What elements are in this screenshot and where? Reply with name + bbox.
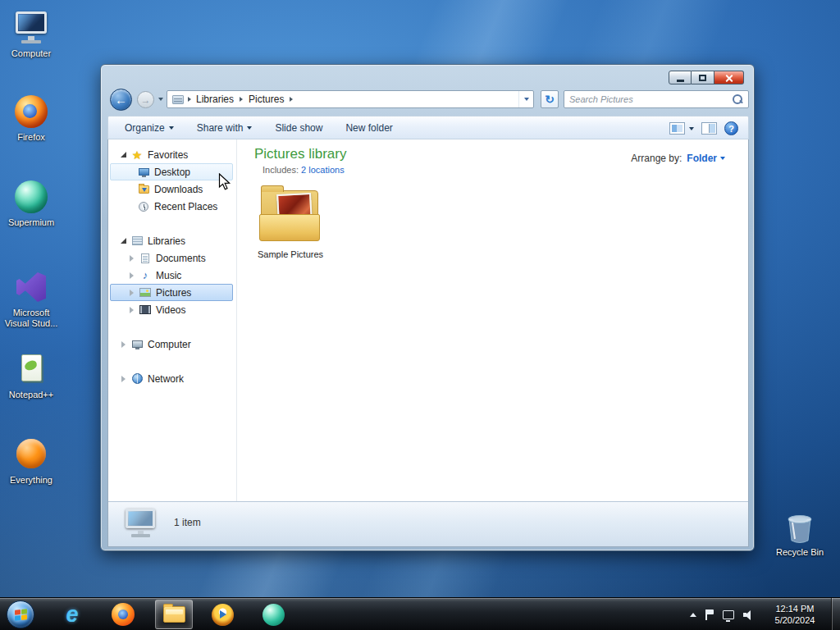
taskbar-item-explorer[interactable] xyxy=(155,600,193,629)
search-input[interactable] xyxy=(569,92,732,107)
chevron-down-icon xyxy=(169,126,174,130)
breadcrumb-separator-icon[interactable] xyxy=(290,97,293,102)
computer-icon xyxy=(130,338,144,351)
close-icon xyxy=(725,74,733,82)
slide-show-button[interactable]: Slide show xyxy=(275,122,322,134)
tree-label: Desktop xyxy=(154,167,190,178)
breadcrumb-item-libraries[interactable]: Libraries xyxy=(191,91,239,107)
forward-button[interactable]: → xyxy=(137,91,154,108)
taskbar-item-media-player[interactable] xyxy=(206,600,239,629)
explorer-folder-icon xyxy=(163,606,185,623)
help-button[interactable]: ? xyxy=(724,121,738,135)
system-tray xyxy=(690,598,755,630)
desktop-icon-everything[interactable]: Everything xyxy=(0,436,62,486)
expander-icon[interactable] xyxy=(127,290,135,296)
tree-label: Recent Places xyxy=(154,201,217,212)
desktop: Computer Firefox Supermium Microsoft Vis… xyxy=(0,0,840,630)
expander-icon[interactable] xyxy=(119,376,127,382)
tree-item-recent-places[interactable]: Recent Places xyxy=(110,198,233,215)
organize-button[interactable]: Organize xyxy=(125,122,174,134)
expander-icon[interactable] xyxy=(127,307,135,313)
desktop-icon-notepad-plus-plus[interactable]: Notepad++ xyxy=(0,351,62,400)
desktop-icon-label: Microsoft Visual Stud... xyxy=(0,308,62,329)
minimize-button[interactable] xyxy=(669,71,692,84)
tree-label: Libraries xyxy=(148,235,185,247)
media-player-icon xyxy=(212,604,234,626)
taskbar-item-supermium[interactable] xyxy=(257,600,290,629)
visual-studio-icon xyxy=(12,269,50,305)
star-icon: ★ xyxy=(130,148,144,162)
recycle-bin-icon xyxy=(781,509,819,545)
internet-explorer-icon: e xyxy=(66,604,78,626)
expander-icon[interactable] xyxy=(127,255,135,262)
tree-item-computer[interactable]: Computer xyxy=(110,336,233,353)
file-item-sample-pictures[interactable]: Sample Pictures xyxy=(244,180,336,259)
tree-item-music[interactable]: ♪ Music xyxy=(110,267,233,284)
tree-item-downloads[interactable]: Downloads xyxy=(110,180,233,198)
chevron-down-icon xyxy=(720,157,725,160)
expander-icon[interactable] xyxy=(119,341,127,348)
desktop-icon-firefox[interactable]: Firefox xyxy=(0,94,62,143)
address-history-dropdown[interactable] xyxy=(518,91,533,107)
volume-icon[interactable] xyxy=(743,609,755,619)
tree-item-network[interactable]: Network xyxy=(110,370,233,387)
folder-icon xyxy=(256,180,325,248)
details-icon xyxy=(123,508,159,539)
share-with-button[interactable]: Share with xyxy=(197,122,253,134)
desktop-icon-computer[interactable]: Computer xyxy=(0,10,62,59)
chevron-down-icon xyxy=(689,127,694,130)
tree-item-desktop[interactable]: Desktop xyxy=(110,163,233,180)
refresh-button[interactable]: ↻ xyxy=(541,90,559,108)
breadcrumb-item-pictures[interactable]: Pictures xyxy=(244,91,289,107)
breadcrumb-separator-icon[interactable] xyxy=(240,97,243,102)
expander-icon[interactable] xyxy=(127,272,135,279)
expander-icon[interactable] xyxy=(119,152,127,158)
tree-item-favorites[interactable]: ★ Favorites xyxy=(110,146,233,163)
desktop-icon-label: Computer xyxy=(0,48,62,59)
show-desktop-button[interactable] xyxy=(831,598,840,630)
network-status-icon[interactable] xyxy=(723,610,734,619)
taskbar-item-firefox[interactable] xyxy=(107,600,139,629)
item-count: 1 item xyxy=(174,517,201,528)
arrange-by-dropdown[interactable]: Folder xyxy=(687,153,725,164)
views-icon xyxy=(669,122,685,135)
tree-item-videos[interactable]: Videos xyxy=(110,301,233,318)
share-with-label: Share with xyxy=(197,122,244,134)
recent-places-icon xyxy=(137,200,150,213)
search-icon[interactable] xyxy=(732,94,743,105)
taskbar-item-internet-explorer[interactable]: e xyxy=(56,600,89,629)
close-button[interactable] xyxy=(714,71,744,84)
preview-pane-button[interactable] xyxy=(701,122,717,135)
address-bar[interactable]: Libraries Pictures xyxy=(167,90,534,108)
tray-expand-chevron-icon[interactable] xyxy=(690,613,696,617)
organize-label: Organize xyxy=(125,122,165,134)
arrange-by-label: Arrange by: xyxy=(631,153,682,164)
tree-item-documents[interactable]: Documents xyxy=(110,249,233,267)
maximize-button[interactable] xyxy=(692,71,714,84)
back-button[interactable]: ← xyxy=(110,89,132,111)
change-view-button[interactable] xyxy=(669,122,694,135)
action-center-icon[interactable] xyxy=(705,609,714,620)
tree-label: Computer xyxy=(148,339,191,350)
clock[interactable]: 12:14 PM 5/20/2024 xyxy=(763,603,827,626)
notepad-plus-plus-icon xyxy=(12,351,50,387)
expander-icon[interactable] xyxy=(119,238,127,244)
videos-icon xyxy=(139,304,152,317)
tree-label: Pictures xyxy=(156,287,191,299)
new-folder-label: New folder xyxy=(345,122,392,134)
desktop-icon-visual-studio[interactable]: Microsoft Visual Stud... xyxy=(0,269,62,329)
tree-item-libraries[interactable]: Libraries xyxy=(110,232,233,249)
desktop-icon-recycle-bin[interactable]: Recycle Bin xyxy=(769,509,831,558)
recent-pages-dropdown[interactable] xyxy=(158,98,163,101)
supermium-icon xyxy=(12,179,50,215)
desktop-icon-supermium[interactable]: Supermium xyxy=(0,179,62,228)
slide-show-label: Slide show xyxy=(275,122,322,134)
everything-icon xyxy=(12,436,50,472)
desktop-icon-label: Supermium xyxy=(0,217,62,228)
pictures-icon xyxy=(139,286,152,299)
search-box[interactable] xyxy=(564,90,749,108)
new-folder-button[interactable]: New folder xyxy=(345,122,392,134)
start-button[interactable] xyxy=(7,600,34,628)
tree-item-pictures[interactable]: Pictures xyxy=(110,284,233,301)
includes-locations-link[interactable]: 2 locations xyxy=(301,165,345,175)
